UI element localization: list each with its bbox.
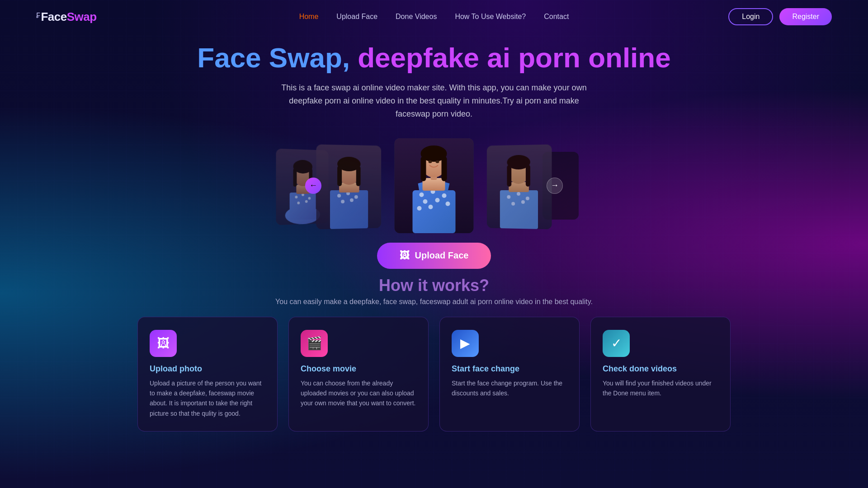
face-change-icon-wrap: ▶: [452, 330, 479, 357]
done-videos-icon-wrap: ✓: [603, 330, 630, 357]
hero-section: Face Swap, deepfake ai porn online This …: [0, 33, 868, 125]
logo[interactable]: ₣ Face Swap: [36, 10, 97, 24]
svg-point-27: [442, 193, 447, 198]
svg-point-25: [420, 192, 424, 197]
carousel-inner: ←: [303, 138, 565, 233]
hero-title-blue: Face Swap,: [197, 42, 350, 73]
svg-point-29: [435, 198, 440, 202]
face-change-desc: Start the face change program. Use the d…: [452, 378, 567, 399]
how-it-works-subtitle: You can easily make a deepfake, face swa…: [0, 298, 868, 306]
svg-point-31: [417, 206, 422, 211]
feature-cards-section: 🖼 Upload photo Upload a picture of the p…: [0, 310, 868, 432]
done-videos-title: Check done videos: [603, 364, 718, 374]
carousel-next-button[interactable]: →: [547, 178, 563, 194]
upload-photo-icon-wrap: 🖼: [150, 330, 177, 357]
svg-rect-34: [423, 178, 445, 191]
card-image-center: [395, 138, 474, 233]
logo-face: Face: [41, 10, 66, 24]
nav-link-how[interactable]: How To Use Website?: [455, 13, 526, 20]
play-icon: ▶: [460, 336, 470, 351]
nav-link-contact[interactable]: Contact: [544, 13, 569, 20]
feature-card-face-change: ▶ Start face change Start the face chang…: [439, 317, 580, 432]
nav-item-done[interactable]: Done Videos: [396, 13, 437, 21]
svg-rect-39: [442, 156, 447, 181]
svg-point-28: [423, 199, 428, 204]
nav-link-upload[interactable]: Upload Face: [336, 13, 377, 20]
upload-face-label: Upload Face: [415, 250, 469, 261]
chevron-right-icon: →: [551, 181, 559, 190]
svg-rect-10: [293, 168, 297, 186]
hero-title: Face Swap, deepfake ai porn online: [0, 42, 868, 73]
navbar: ₣ Face Swap Home Upload Face Done Videos…: [0, 0, 868, 33]
register-button[interactable]: Register: [779, 8, 832, 25]
svg-rect-51: [507, 165, 511, 187]
nav-link-done[interactable]: Done Videos: [396, 13, 437, 20]
svg-point-41: [436, 160, 439, 163]
nav-link-home[interactable]: Home: [299, 13, 319, 20]
hero-title-purple: deepfake ai porn online: [358, 42, 670, 73]
carousel-card-right: [487, 144, 552, 229]
svg-point-30: [446, 202, 450, 206]
checkmark-icon: ✓: [611, 336, 622, 351]
feature-card-done-videos: ✓ Check done videos You will find your f…: [590, 317, 731, 432]
svg-point-32: [429, 205, 433, 209]
svg-rect-22: [356, 166, 361, 186]
choose-movie-desc: You can choose from the already uploaded…: [301, 378, 416, 408]
choose-movie-title: Choose movie: [301, 364, 416, 374]
svg-rect-24: [413, 190, 456, 233]
nav-item-how[interactable]: How To Use Website?: [455, 13, 526, 21]
chevron-left-icon: ←: [309, 181, 317, 190]
nav-buttons: Login Register: [728, 8, 832, 25]
svg-point-40: [429, 160, 432, 163]
svg-rect-42: [500, 190, 538, 229]
nav-item-contact[interactable]: Contact: [544, 13, 569, 21]
card-image-right: [487, 144, 552, 229]
done-videos-desc: You will find your finished videos under…: [603, 378, 718, 399]
face-change-title: Start face change: [452, 364, 567, 374]
person-silhouette-center: [395, 138, 474, 233]
how-it-works-title: How it works?: [0, 276, 868, 295]
svg-rect-21: [337, 165, 342, 186]
upload-face-button[interactable]: 🖼 Upload Face: [377, 243, 491, 269]
svg-rect-38: [421, 156, 426, 181]
choose-movie-icon-wrap: 🎬: [301, 330, 328, 357]
carousel-card-center: [395, 138, 474, 233]
svg-rect-1: [290, 192, 316, 220]
upload-btn-wrapper: 🖼 Upload Face: [0, 243, 868, 269]
nav-links: Home Upload Face Done Videos How To Use …: [299, 13, 569, 21]
svg-rect-52: [526, 164, 530, 186]
image-carousel: ←: [0, 136, 868, 235]
upload-icon: 🖼: [400, 250, 410, 262]
nav-item-home[interactable]: Home: [299, 13, 319, 21]
feature-card-choose-movie: 🎬 Choose movie You can choose from the a…: [288, 317, 429, 432]
logo-prefix: ₣: [36, 12, 40, 20]
login-button[interactable]: Login: [728, 8, 773, 25]
carousel-card-left: [316, 144, 381, 229]
image-icon: 🖼: [157, 336, 170, 351]
nav-item-upload[interactable]: Upload Face: [336, 13, 377, 21]
hero-subtitle: This is a face swap ai online video make…: [276, 81, 592, 120]
upload-photo-title: Upload photo: [150, 364, 265, 374]
movie-icon: 🎬: [307, 336, 322, 351]
card-image-left: [316, 144, 381, 229]
upload-photo-desc: Upload a picture of the person you want …: [150, 378, 265, 419]
person-silhouette-left: [316, 144, 381, 229]
feature-card-upload-photo: 🖼 Upload photo Upload a picture of the p…: [137, 317, 278, 432]
svg-rect-12: [330, 190, 368, 229]
carousel-prev-button[interactable]: ←: [305, 178, 321, 194]
how-it-works-section: How it works? You can easily make a deep…: [0, 276, 868, 306]
person-silhouette-right: [487, 144, 552, 229]
logo-swap: Swap: [67, 10, 97, 24]
